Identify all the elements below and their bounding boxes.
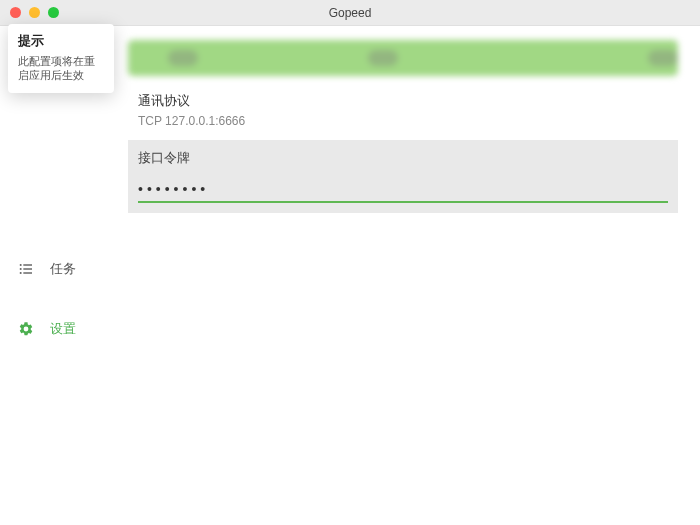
- token-input[interactable]: [138, 177, 668, 203]
- sidebar-item-label: 设置: [50, 320, 76, 338]
- token-label: 接口令牌: [138, 150, 668, 167]
- toast-notification: 提示 此配置项将在重启应用后生效: [8, 24, 114, 93]
- toast-title: 提示: [18, 32, 104, 50]
- window-title: Gopeed: [0, 6, 700, 20]
- svg-point-5: [20, 273, 21, 274]
- token-section: 接口令牌: [128, 140, 678, 213]
- close-window-button[interactable]: [10, 7, 21, 18]
- protocol-label: 通讯协议: [138, 92, 668, 110]
- gear-icon: [18, 321, 34, 337]
- main-content: 通讯协议 TCP 127.0.0.1:6666 接口令牌: [124, 26, 700, 525]
- traffic-lights: [0, 7, 59, 18]
- protocol-value: TCP 127.0.0.1:6666: [138, 114, 668, 128]
- sidebar-item-label: 任务: [50, 260, 76, 278]
- titlebar: Gopeed: [0, 0, 700, 26]
- protocol-section: 通讯协议 TCP 127.0.0.1:6666: [128, 84, 678, 136]
- svg-point-4: [20, 269, 21, 270]
- settings-tabs-blurred: [128, 40, 678, 76]
- toast-body: 此配置项将在重启应用后生效: [18, 54, 104, 83]
- minimize-window-button[interactable]: [29, 7, 40, 18]
- sidebar-item-settings[interactable]: 设置: [0, 316, 124, 342]
- sidebar: 任务 设置: [0, 26, 124, 525]
- fullscreen-window-button[interactable]: [48, 7, 59, 18]
- sidebar-item-tasks[interactable]: 任务: [0, 256, 124, 282]
- list-icon: [18, 261, 34, 277]
- svg-point-3: [20, 265, 21, 266]
